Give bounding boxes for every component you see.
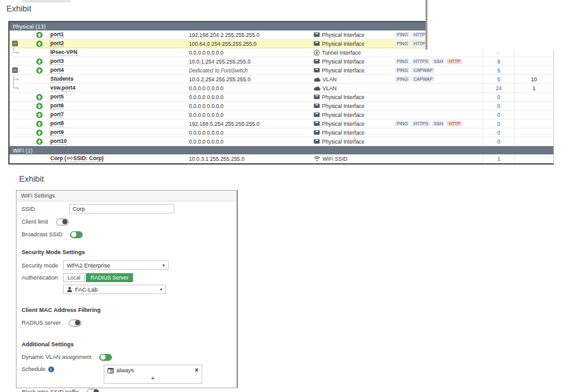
collapse-cell[interactable]: − (10, 66, 24, 74)
interface-ref-cell[interactable]: 5 (483, 66, 514, 74)
wifi-settings-body: SSID Client limit Broadcast SSID Securit… (17, 201, 237, 392)
interface-row-Corp[interactable]: Corp ( SSID: Corp)10.0.3.1 255.255.255.0… (10, 154, 553, 163)
interface-type-cell: Physical Interface (312, 137, 391, 145)
expand-spacer-cell (10, 75, 24, 83)
broadcast-ssid-toggle[interactable] (70, 231, 83, 238)
interface-ref-cell[interactable]: 0 (483, 128, 514, 137)
interface-row-port8[interactable]: port8192.168.5.254 255.255.255.0Physical… (10, 119, 553, 128)
remove-schedule-icon[interactable]: × (195, 367, 198, 374)
add-schedule-button[interactable]: + (104, 375, 202, 383)
wifi-settings-header: WiFi Settings (17, 191, 237, 201)
status-cell (24, 119, 50, 128)
collapse-cell[interactable]: − (10, 39, 24, 48)
physical-interface-icon (314, 32, 320, 37)
interface-ref-cell[interactable]: 1 (483, 154, 514, 163)
interface-vlan-id-cell (514, 119, 553, 128)
interface-ip-cell: 192.168.204.2 255.255.255.0 (189, 30, 312, 39)
white-overlay (426, 0, 561, 50)
tree-connector-icon (13, 75, 22, 83)
access-badge-ssh: SSH (432, 121, 445, 126)
schedule-label: Schedule (22, 366, 46, 372)
interface-row-port7[interactable]: port70.0.0.0 0.0.0.0Physical Interface0 (10, 111, 553, 119)
interface-name-text: port5 (50, 93, 64, 100)
interface-type-cell: Physical Interface (312, 119, 391, 128)
interface-row-port5[interactable]: port50.0.0.0 0.0.0.0Physical Interface0 (10, 93, 553, 102)
schedule-box: always × + (104, 365, 202, 384)
expand-spacer-cell (10, 93, 24, 101)
status-up-icon (36, 112, 43, 118)
security-mode-row: Security mode WPA2 Enterprise ▾ (22, 260, 232, 270)
wifi-icon (314, 156, 321, 161)
interface-name-cell: port7 (50, 111, 189, 119)
status-up-icon (36, 94, 43, 100)
interface-ref-cell[interactable]: 0 (483, 111, 514, 119)
interface-ref-cell[interactable]: 0 (483, 102, 514, 110)
status-cell (24, 66, 50, 74)
status-cell (24, 111, 50, 119)
status-up-icon (36, 130, 43, 136)
physical-interface-icon (314, 67, 320, 73)
interface-row-Students[interactable]: Students10.0.2.254 255.255.255.0VLANPING… (10, 75, 553, 84)
interface-ip-cell: 10.0.1.254 255.255.255.0 (189, 57, 312, 65)
physical-interface-icon (314, 112, 320, 118)
tree-connector-icon (13, 84, 22, 92)
interface-ip-cell: 0.0.0.0 0.0.0.0 (189, 111, 312, 119)
interface-ip-cell: Dedicated to FortiSwitch (189, 66, 312, 74)
interface-vlan-id-cell (514, 66, 553, 74)
interface-name-text: port6 (50, 102, 64, 109)
interface-row-vsw.port4[interactable]: vsw.port40.0.0.0 0.0.0.0VLAN241 (10, 84, 553, 93)
interface-row-port4[interactable]: −port4Dedicated to FortiSwitchPhysical I… (10, 66, 553, 75)
access-badge-http: HTTP (447, 121, 462, 126)
access-badge-ping: PING (395, 58, 410, 64)
exhibit-1-label: Exhibit (6, 4, 31, 13)
status-cell (24, 39, 50, 48)
interface-type-label: Physical Interface (322, 103, 364, 109)
collapse-icon[interactable]: − (12, 67, 18, 73)
dynamic-vlan-toggle[interactable] (99, 354, 112, 361)
interface-name-cell: port2 (50, 39, 189, 48)
status-cell (24, 84, 50, 92)
interface-ref-cell[interactable]: 24 (483, 84, 514, 92)
interface-type-cell: Physical Interface (312, 66, 391, 74)
security-mode-select[interactable]: WPA2 Enterprise ▾ (63, 260, 169, 270)
block-intra-ssid-toggle[interactable] (87, 389, 99, 392)
auth-local-button[interactable]: Local (63, 273, 85, 282)
auth-radius-server-button[interactable]: RADIUS Server (86, 273, 133, 282)
physical-interface-icon (314, 130, 320, 135)
schedule-entry[interactable]: always × (104, 365, 202, 375)
access-badge-ping: PING (395, 76, 410, 82)
interface-ip-cell: 0.0.0.0 0.0.0.0 (189, 84, 312, 92)
ssid-input[interactable] (69, 204, 174, 213)
interface-name-cell: IPsec-VPN (50, 48, 189, 57)
client-limit-label: Client limit (22, 219, 48, 225)
client-mac-filtering-header: Client MAC Address Filtering (22, 306, 232, 314)
authentication-label: Authentication (22, 274, 63, 281)
interface-ref-cell[interactable]: 0 (483, 93, 514, 101)
radius-server-toggle[interactable] (69, 320, 81, 327)
interface-row-port9[interactable]: port90.0.0.0 0.0.0.0Physical Interface0 (10, 128, 553, 137)
calendar-icon (107, 367, 114, 374)
interface-row-port10[interactable]: port100.0.0.0 0.0.0.0Physical Interface0 (10, 137, 553, 146)
interface-ref-cell[interactable]: 8 (483, 57, 514, 65)
physical-interface-icon (314, 58, 320, 64)
expand-spacer-cell (10, 48, 24, 57)
interface-type-label: Physical Interface (322, 94, 364, 100)
interface-row-port6[interactable]: port60.0.0.0 0.0.0.0Physical Interface0 (10, 102, 553, 111)
dynamic-vlan-row: Dynamic VLAN assignment (22, 353, 232, 362)
access-badge-http: HTTP (447, 58, 462, 64)
interface-name-cell: port3 (50, 57, 189, 65)
interface-ref-cell[interactable]: 0 (483, 137, 514, 145)
interface-row-port3[interactable]: port310.0.1.254 255.255.255.0Physical In… (10, 57, 553, 66)
interface-ref-cell[interactable]: 5 (483, 75, 514, 83)
dynamic-vlan-label: Dynamic VLAN assignment (22, 354, 92, 360)
interface-row-IPsec-VPN[interactable]: IPsec-VPN0.0.0.0 0.0.0.0Tunnel Interface… (10, 48, 553, 57)
client-limit-toggle[interactable] (56, 219, 69, 226)
radius-server-select[interactable]: FAC-Lab ▾ (63, 285, 166, 294)
collapse-icon[interactable]: − (12, 41, 18, 46)
scrollbar-line[interactable] (426, 0, 427, 50)
interface-vlan-id-cell: 1 (514, 84, 553, 92)
radius-server-select-value: FAC-Lab (75, 287, 98, 293)
interface-ref-cell[interactable]: 0 (483, 119, 514, 128)
interface-access-cell: PINGCAPWAP (391, 66, 483, 74)
user-icon (67, 287, 73, 292)
